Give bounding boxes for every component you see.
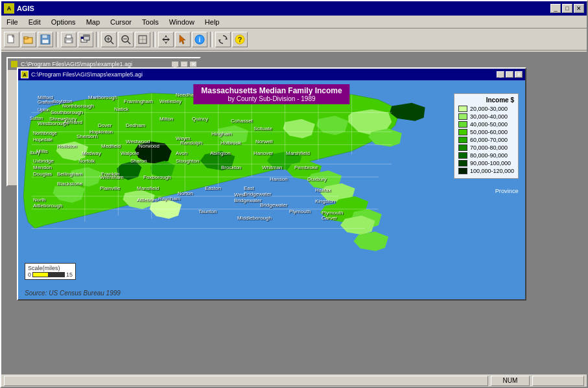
legend-label-2: 30,000-40,000 <box>470 113 508 120</box>
svg-rect-8 <box>66 35 71 38</box>
menu-bar: File Edit Options Map Cursor Tools Windo… <box>1 16 587 29</box>
toolbar-open-btn[interactable] <box>21 32 36 47</box>
mdi-child-2-icon: A <box>21 71 29 78</box>
scale-bar-visual: 0 15 <box>28 271 73 278</box>
svg-marker-25 <box>180 35 185 44</box>
mdi-2-close[interactable]: ✕ <box>515 71 523 78</box>
mdi-child-1-title: C:\Program Files\AGIS\maps\example1.agi <box>21 61 132 67</box>
legend-color-8 <box>458 160 467 166</box>
toolbar-zoom-in-btn[interactable] <box>101 32 117 47</box>
toolbar-identify-btn[interactable]: i <box>192 32 207 47</box>
toolbar-zoom-out-btn[interactable] <box>118 32 134 47</box>
toolbar-refresh-btn[interactable] <box>215 32 231 47</box>
map-content-area: Sources: C:\... Publication Floodmap <box>18 80 525 299</box>
svg-text:i: i <box>199 36 201 43</box>
maximize-button[interactable]: □ <box>562 4 572 13</box>
legend-label-3: 40,000-50,000 <box>470 121 508 128</box>
legend-item-1: 20,000-30,000 <box>458 106 514 112</box>
title-bar: A AGIS _ □ ✕ <box>1 1 587 16</box>
menu-edit[interactable]: Edit <box>23 17 46 27</box>
menu-window[interactable]: Window <box>164 17 200 27</box>
toolbar-new-btn[interactable] <box>4 32 19 47</box>
legend-color-1 <box>458 106 467 112</box>
map-svg-container: Province Boylston Marlborough Northborou… <box>18 80 525 299</box>
menu-cursor[interactable]: Cursor <box>105 17 137 27</box>
map-title-block: Massachusetts Median Family Income by Co… <box>193 84 349 104</box>
toolbar-print-btn[interactable] <box>61 32 76 47</box>
scale-bar: Scale(miles) 0 15 <box>25 263 76 280</box>
svg-rect-6 <box>42 40 49 43</box>
legend-title: Income $ <box>458 97 514 104</box>
menu-map[interactable]: Map <box>81 17 105 27</box>
mdi-1-close[interactable]: ✕ <box>189 61 197 67</box>
svg-line-19 <box>128 41 130 44</box>
menu-help[interactable]: Help <box>200 17 225 27</box>
legend-label-7: 80,000-90,000 <box>470 152 508 159</box>
title-bar-left: A AGIS <box>4 3 34 14</box>
status-main <box>4 376 488 386</box>
legend-color-6 <box>458 144 467 151</box>
minimize-button[interactable]: _ <box>550 4 561 13</box>
mdi-2-maximize[interactable]: □ <box>506 71 513 78</box>
menu-options[interactable]: Options <box>46 17 81 27</box>
status-extra-section <box>532 376 584 386</box>
mdi-1-maximize[interactable]: □ <box>180 61 188 67</box>
toolbar-zoom-extent-btn[interactable] <box>135 32 150 47</box>
app-window: A AGIS _ □ ✕ File Edit Options Map Curso… <box>0 0 588 388</box>
legend-item-2: 30,000-40,000 <box>458 113 514 120</box>
legend-item-7: 80,000-90,000 <box>458 152 514 159</box>
toolbar-sep-2 <box>96 32 99 47</box>
mdi-child-window-2[interactable]: A C:\Program Files\AGIS\maps\example5.ag… <box>17 67 526 301</box>
svg-marker-24 <box>162 35 170 44</box>
legend-label-9: 100,000-120,000 <box>470 168 514 174</box>
svg-text:?: ? <box>238 36 242 43</box>
menu-tools[interactable]: Tools <box>137 17 164 27</box>
legend-label-4: 50,000-60,000 <box>470 129 508 135</box>
toolbar-sep-1 <box>56 32 58 47</box>
svg-rect-5 <box>42 35 47 38</box>
svg-rect-3 <box>24 37 28 39</box>
mdi-child-2-title: C:\Program Files\AGIS\maps\example5.agi <box>31 71 143 78</box>
toolbar: i ? <box>1 29 587 51</box>
mdi-2-minimize[interactable]: _ <box>497 71 504 78</box>
status-num-text: NUM <box>503 377 518 384</box>
toolbar-select-btn[interactable] <box>175 32 191 47</box>
legend-color-2 <box>458 113 467 120</box>
legend-item-6: 70,000-80,000 <box>458 144 514 151</box>
map-legend: Income $ 20,000-30,000 30,000-40,000 40,… <box>454 93 519 179</box>
svg-rect-9 <box>66 40 71 43</box>
scale-bar-label: Scale(miles) 0 15 <box>25 263 76 280</box>
toolbar-sep-3 <box>153 32 156 47</box>
source-text: Source: US Census Bureau 1999 <box>25 290 121 297</box>
title-bar-buttons: _ □ ✕ <box>550 4 584 13</box>
toolbar-window-btn[interactable] <box>78 32 93 47</box>
menu-file[interactable]: File <box>1 17 23 27</box>
toolbar-pan-btn[interactable] <box>158 32 174 47</box>
mdi-area: C:\Program Files\AGIS\maps\example1.agi … <box>1 52 587 374</box>
toolbar-sep-4 <box>210 32 213 47</box>
svg-rect-13 <box>84 35 89 37</box>
close-button[interactable]: ✕ <box>574 4 584 13</box>
toolbar-save-btn[interactable] <box>38 32 53 47</box>
mdi-child-2-titlebar: A C:\Program Files\AGIS\maps\example5.ag… <box>18 69 525 80</box>
map-title-text: Massachusetts Median Family Income <box>201 86 342 95</box>
legend-color-9 <box>458 168 467 174</box>
svg-text:Province: Province <box>495 188 519 194</box>
legend-label-1: 20,000-30,000 <box>470 106 508 112</box>
legend-color-3 <box>458 121 467 128</box>
legend-label-6: 70,000-80,000 <box>470 144 508 151</box>
legend-item-9: 100,000-120,000 <box>458 168 514 174</box>
legend-item-4: 50,000-60,000 <box>458 129 514 135</box>
legend-item-5: 60,000-70,000 <box>458 137 514 143</box>
legend-item-8: 90,000-100,000 <box>458 160 514 166</box>
status-bar: NUM <box>1 374 587 387</box>
svg-line-15 <box>111 41 113 44</box>
legend-label-5: 60,000-70,000 <box>470 137 508 143</box>
app-title: AGIS <box>17 5 34 12</box>
toolbar-help-btn[interactable]: ? <box>232 32 248 47</box>
legend-item-3: 40,000-50,000 <box>458 121 514 128</box>
legend-color-7 <box>458 152 467 159</box>
map-subtitle-text: by County Sub-Division - 1989 <box>201 95 342 102</box>
mdi-1-minimize[interactable]: _ <box>171 61 179 67</box>
status-num-section: NUM <box>491 376 530 386</box>
